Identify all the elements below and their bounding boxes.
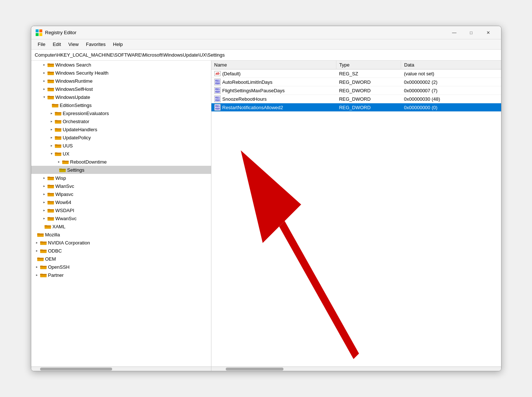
svg-rect-75 [40, 250, 47, 251]
tree-expander-icon[interactable]: ▸ [34, 240, 40, 246]
tree-item[interactable]: ▸Wlpasvc [31, 190, 211, 198]
values-horizontal-scrollbar[interactable] [211, 367, 501, 371]
tree-expander-icon[interactable] [34, 232, 37, 237]
tree-item[interactable]: ▸Orchestrator [31, 117, 211, 125]
menu-file[interactable]: File [34, 40, 49, 49]
table-row[interactable]: 011010SnoozeRebootHoursREG_DWORD0x000000… [211, 95, 501, 103]
tree-item[interactable]: ▸WlanSvc [31, 182, 211, 190]
folder-icon [47, 208, 54, 213]
value-data-cell: 0x00000007 (7) [401, 86, 501, 95]
tree-expander-icon[interactable]: ▸ [42, 70, 47, 76]
svg-rect-18 [47, 96, 54, 97]
tree-expander-icon[interactable]: ▸ [49, 110, 55, 116]
folder-icon [37, 232, 44, 237]
menu-favorites[interactable]: Favorites [82, 40, 109, 49]
column-type[interactable]: Type [336, 61, 401, 69]
svg-rect-30 [55, 128, 61, 129]
table-row[interactable]: 011010AutoRebootLimitInDaysREG_DWORD0x00… [211, 78, 501, 86]
bottom-scrollbar-row [31, 366, 501, 371]
tree-expander-icon[interactable]: ▸ [42, 191, 47, 197]
svg-rect-84 [40, 274, 47, 275]
svg-rect-27 [55, 120, 61, 121]
tree-item-label: RebootDowntime [70, 159, 107, 165]
tree-item[interactable]: ▸UpdatePolicy [31, 133, 211, 142]
tree-item[interactable]: ▸OpenSSH [31, 263, 211, 271]
table-row[interactable]: 011010FlightSettingsMaxPauseDaysREG_DWOR… [211, 86, 501, 95]
tree-item[interactable]: ▸Partner [31, 271, 211, 279]
tree-item[interactable]: XAML [31, 222, 211, 230]
tree-item[interactable]: ▸Windows Security Health [31, 69, 211, 77]
tree-expander-icon[interactable]: ▸ [42, 199, 47, 205]
tree-expander-icon[interactable]: ▸ [34, 248, 40, 254]
tree-expander-icon[interactable] [42, 223, 44, 229]
svg-rect-63 [47, 217, 54, 218]
tree-expander-icon[interactable]: ▸ [49, 143, 55, 149]
tree-expander-icon[interactable]: ▸ [42, 183, 47, 189]
tree-item[interactable]: ▸ODBC [31, 247, 211, 255]
svg-rect-36 [55, 144, 61, 146]
tree-item-label: NVIDIA Corporation [48, 240, 90, 246]
tree-item-label: WindowsRuntime [56, 78, 93, 84]
tree-expander-icon[interactable]: ▸ [56, 159, 62, 165]
tree-item[interactable]: ▸WindowsSelfHost [31, 85, 211, 93]
tree-item[interactable]: OEM [31, 255, 211, 263]
folder-icon [59, 167, 66, 172]
tree-item[interactable]: ▸UUS [31, 142, 211, 150]
tree-item[interactable]: ▾WindowsUpdate [31, 93, 211, 101]
tree-item[interactable]: EditionSettings [31, 101, 211, 109]
tree-item[interactable]: ▸Wisp [31, 174, 211, 182]
menu-help[interactable]: Help [109, 40, 126, 49]
tree-expander-icon[interactable]: ▸ [49, 135, 55, 140]
folder-icon [40, 240, 47, 245]
menu-edit[interactable]: Edit [49, 40, 64, 49]
tree-expander-icon[interactable]: ▸ [34, 264, 40, 270]
tree-item[interactable]: ▸Wow64 [31, 198, 211, 206]
tree-item[interactable]: ▸WSDAPI [31, 206, 211, 214]
value-data-cell: 0x00000030 (48) [401, 95, 501, 103]
tree-item[interactable]: ▸RebootDowntime [31, 158, 211, 166]
folder-icon [47, 62, 54, 67]
tree-expander-icon[interactable]: ▸ [42, 78, 47, 84]
tree-expander-icon[interactable]: ▸ [42, 175, 47, 181]
svg-rect-21 [52, 104, 58, 105]
tree-expander-icon[interactable] [34, 256, 37, 262]
tree-item-label: WlanSvc [56, 183, 74, 189]
svg-rect-78 [37, 258, 44, 259]
column-data[interactable]: Data [401, 61, 501, 69]
tree-expander-icon[interactable]: ▸ [42, 207, 47, 213]
window-controls: — □ ✕ [446, 26, 497, 39]
close-button[interactable]: ✕ [480, 26, 497, 39]
tree-item[interactable]: ▾UX [31, 150, 211, 158]
table-row[interactable]: 011010RestartNotificationsAllowed2REG_DW… [211, 103, 501, 112]
tree-item-label: WwanSvc [56, 216, 77, 221]
tree-expander-icon[interactable]: ▸ [49, 118, 55, 124]
tree-panel[interactable]: ▸Windows Search▸Windows Security Health▸… [31, 61, 211, 366]
tree-item[interactable]: ▸WindowsRuntime [31, 77, 211, 85]
tree-item[interactable]: ▸ExpressionEvaluators [31, 109, 211, 117]
tree-expander-icon[interactable] [49, 102, 52, 108]
tree-expander-icon[interactable]: ▾ [42, 94, 47, 100]
table-row[interactable]: ab(Default)REG_SZ(value not set) [211, 69, 501, 78]
values-panel[interactable]: Name Type Data ab(Default)REG_SZ(value n… [211, 61, 501, 366]
tree-item[interactable]: ▸UpdateHandlers [31, 125, 211, 133]
tree-expander-icon[interactable]: ▸ [42, 62, 47, 68]
tree-item[interactable]: ▸Windows Search [31, 61, 211, 69]
tree-expander-icon[interactable]: ▸ [49, 126, 55, 132]
tree-item[interactable]: ▸WwanSvc [31, 214, 211, 222]
tree-expander-icon[interactable]: ▸ [42, 86, 47, 92]
column-name[interactable]: Name [211, 61, 336, 69]
tree-expander-icon[interactable]: ▸ [34, 272, 40, 278]
menu-view[interactable]: View [65, 40, 82, 49]
tree-item[interactable]: Mozilla [31, 230, 211, 239]
svg-rect-81 [40, 266, 47, 267]
tree-item[interactable]: ▸NVIDIA Corporation [31, 239, 211, 247]
tree-expander-icon[interactable] [56, 167, 59, 173]
minimize-button[interactable]: — [446, 26, 463, 39]
tree-item[interactable]: Settings [31, 166, 211, 174]
tree-expander-icon[interactable]: ▸ [42, 215, 47, 221]
value-name-text: AutoRebootLimitInDays [222, 79, 273, 85]
address-path: Computer\HKEY_LOCAL_MACHINE\SOFTWARE\Mic… [35, 52, 225, 58]
tree-expander-icon[interactable]: ▾ [49, 151, 55, 157]
maximize-button[interactable]: □ [463, 26, 480, 39]
tree-horizontal-scrollbar[interactable] [31, 367, 211, 371]
